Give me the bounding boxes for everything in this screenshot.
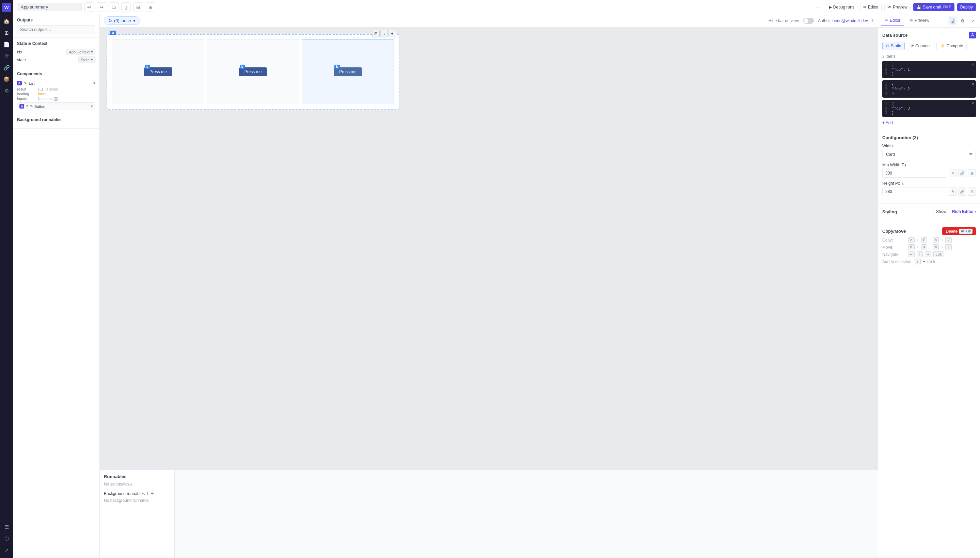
runnables-panel: Runnables No scripts/flows Background ru…: [100, 470, 175, 558]
result-key: result: [17, 87, 34, 91]
nav-right-key: →: [925, 251, 931, 257]
bg-runnables-section: Background runnables: [13, 114, 99, 129]
delete-button[interactable]: Delete ⌘+⌫: [942, 227, 976, 235]
layout-btn-2[interactable]: ▯: [121, 2, 131, 12]
nav-expand-icon[interactable]: ↗: [2, 545, 12, 555]
press-me-button-2[interactable]: b Press me: [239, 67, 267, 76]
preview-tab-button[interactable]: 👁 Preview: [884, 3, 911, 11]
editor-tab-button[interactable]: ✏ Editor: [860, 3, 881, 11]
sub-component-row[interactable]: b ↺ ✎ Button ▾: [17, 102, 96, 110]
static-icon: ⊙: [886, 44, 889, 48]
redo-button[interactable]: ↪: [97, 2, 106, 12]
outputs-section: Outputs: [13, 14, 99, 38]
no-bg-runnable-label: No background runnable: [104, 498, 170, 503]
remove-item-2-button[interactable]: ✕: [971, 82, 975, 87]
rich-editor-link[interactable]: Rich Editor ›: [952, 209, 976, 214]
min-width-edit-icon[interactable]: ✎: [949, 169, 957, 177]
outputs-search-input[interactable]: [17, 25, 96, 34]
copy-move-section: Copy/Move Delete ⌘+⌫ Copy: ⌘ + C , ⌘ + V: [878, 223, 980, 270]
code-block-1: 1{ 2"foo": 1 3} ✕: [882, 61, 976, 78]
nav-resources-icon[interactable]: 🔗: [2, 62, 12, 73]
btn-badge-2: b: [240, 65, 245, 69]
list-ctrl-grid-icon[interactable]: ⊞: [372, 30, 380, 38]
ctx-badge[interactable]: App Context ▾: [66, 49, 96, 55]
sub-component-badge: b: [20, 104, 24, 108]
layout-btn-1[interactable]: ▭: [109, 2, 119, 12]
move-shortcut-2: ⌘: [933, 244, 939, 250]
nav-apps-icon[interactable]: ⊞: [2, 28, 12, 38]
width-select[interactable]: Card: [882, 150, 976, 159]
author-email: henri@windmill.dev: [833, 18, 868, 23]
data-source-icon-btn[interactable]: 📊: [948, 16, 957, 25]
sub-pencil-icon: ✎: [30, 104, 33, 108]
nav-audit-icon[interactable]: ☰: [2, 522, 12, 532]
copy-v-key: V: [945, 237, 952, 243]
height-info-icon[interactable]: ℹ: [902, 181, 904, 186]
min-width-clear-icon[interactable]: ⊞: [968, 169, 976, 177]
component-info: result : [...] 3 items loading : false i…: [17, 87, 96, 101]
nav-variables-icon[interactable]: 📦: [2, 74, 12, 84]
press-me-button-1[interactable]: b Press me: [144, 67, 172, 76]
copy-move-title: Copy/Move: [882, 229, 906, 234]
nav-up-key: ↑: [917, 251, 923, 257]
app-logo[interactable]: W: [2, 3, 11, 12]
components-section: Components a ✎ List ▾ result : [...] 3: [13, 68, 99, 114]
list-ctrl-move-icon[interactable]: ↕: [380, 30, 388, 38]
nav-settings-icon[interactable]: ⚙: [2, 86, 12, 96]
refresh-icon: ↻: [108, 18, 112, 23]
component-toggle-icon[interactable]: ▾: [93, 81, 96, 85]
pencil-icon[interactable]: ✎: [24, 81, 27, 85]
nav-github-icon[interactable]: ⬡: [2, 533, 12, 544]
remove-item-1-button[interactable]: ✕: [971, 62, 975, 67]
save-shortcut: Ctrl S: [943, 5, 951, 9]
styling-show-button[interactable]: Show: [933, 208, 949, 215]
height-input[interactable]: [882, 187, 947, 196]
min-width-input-row: ✎ 🔗 ⊞: [882, 169, 976, 177]
add-bg-runnable-button[interactable]: +: [150, 491, 153, 497]
app-title-input[interactable]: [17, 3, 82, 11]
ctx-dropdown-icon: ▾: [91, 50, 93, 54]
author-info-icon[interactable]: ℹ: [872, 18, 874, 23]
settings-icon-btn[interactable]: ⚙: [958, 16, 967, 25]
right-panel-arrow-btn[interactable]: ↗: [968, 16, 977, 25]
min-width-input[interactable]: [882, 169, 947, 177]
min-width-link-icon[interactable]: 🔗: [958, 169, 966, 177]
layout-btn-4[interactable]: ⊞: [146, 2, 155, 12]
hide-bar-toggle[interactable]: [803, 18, 814, 24]
configuration-section: Configuration (2) Width Card Min Width P…: [878, 131, 980, 204]
height-clear-icon[interactable]: ⊞: [968, 187, 976, 195]
static-tab[interactable]: ⊙ Static: [882, 42, 905, 50]
save-draft-button[interactable]: 💾 Save draft Ctrl S: [913, 3, 954, 11]
compute-tab[interactable]: ⚡ Compute: [936, 42, 967, 50]
btn-badge-3: b: [334, 65, 340, 69]
nav-scripts-icon[interactable]: 📄: [2, 39, 12, 50]
connect-tab[interactable]: ⟳ Connect: [907, 42, 934, 50]
frequency-pill[interactable]: ↻ (0) once ▾: [104, 16, 140, 25]
loading-colon: :: [35, 92, 36, 96]
add-item-button[interactable]: + Add: [882, 119, 893, 126]
height-link-icon[interactable]: 🔗: [958, 187, 966, 195]
undo-button[interactable]: ↩: [84, 2, 94, 12]
remove-item-3-button[interactable]: ✕: [971, 101, 975, 106]
height-edit-icon[interactable]: ✎: [949, 187, 957, 195]
nav-flows-icon[interactable]: ⟳: [2, 51, 12, 61]
debug-runs-button[interactable]: ▶ Debug runs: [826, 3, 857, 11]
move-shortcut-row: Move: ⌘ + X , ⌘ + V: [882, 244, 976, 250]
list-ctrl-add-icon[interactable]: +: [389, 30, 396, 38]
topbar: ↩ ↪ ▭ ▯ ⊟ ⊞ ⋯ ▶ Debug runs ✏ Editor 👁 Pr…: [13, 0, 980, 14]
card-item-3: b Press me: [302, 39, 394, 104]
data-source-corner-btn[interactable]: A: [969, 32, 976, 38]
configuration-title: Configuration (2): [882, 135, 976, 140]
state-badge[interactable]: State ▾: [78, 56, 96, 63]
deploy-button[interactable]: Deploy: [957, 3, 976, 11]
bg-info-icon[interactable]: ℹ: [147, 491, 148, 496]
nav-home-icon[interactable]: 🏠: [2, 16, 12, 26]
canvas-content[interactable]: a ⊞ ↕ + b Press me: [100, 27, 878, 469]
more-options-icon[interactable]: ⋯: [817, 3, 823, 11]
result-bracket: :: [35, 87, 36, 91]
press-me-button-3[interactable]: b Press me: [334, 67, 362, 76]
ctx-row: ctx App Context ▾: [17, 49, 96, 55]
layout-btn-3[interactable]: ⊟: [133, 2, 143, 12]
preview-tab[interactable]: 👁 Preview: [905, 15, 933, 26]
editor-tab[interactable]: ✏ Editor: [881, 15, 904, 26]
